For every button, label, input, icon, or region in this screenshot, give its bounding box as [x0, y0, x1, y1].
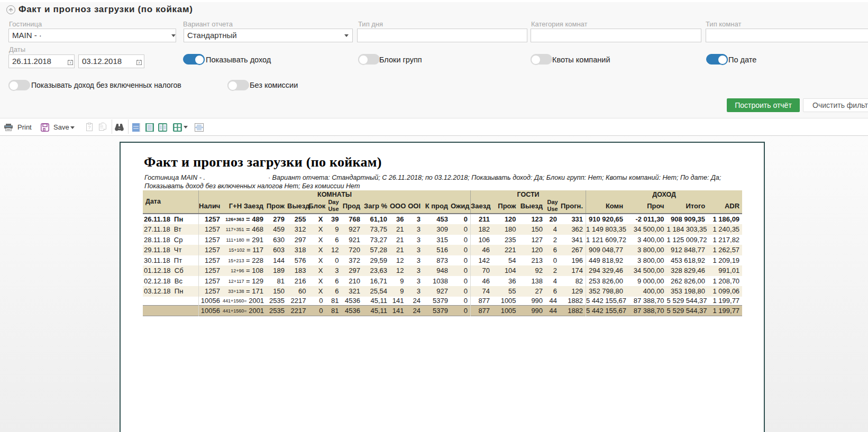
- svg-text:?: ?: [88, 125, 90, 130]
- svg-text:7: 7: [69, 61, 71, 65]
- svg-text:7: 7: [138, 61, 140, 65]
